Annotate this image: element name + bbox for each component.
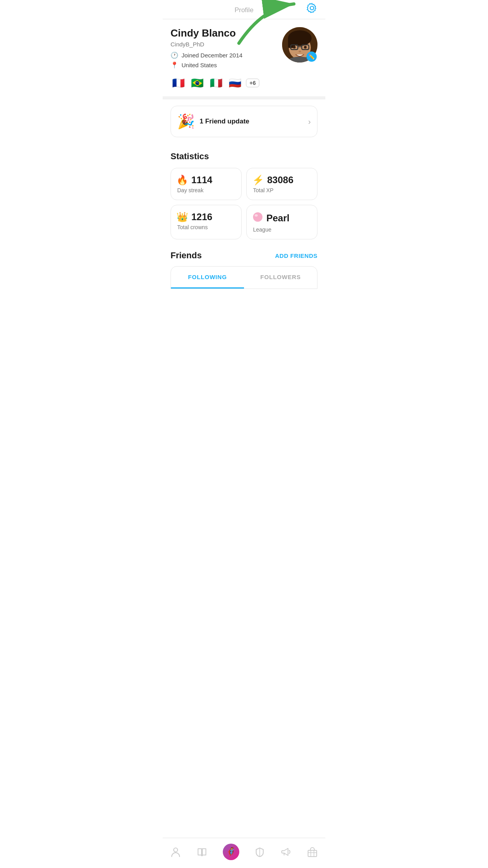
friend-update-text: 1 Friend update — [200, 118, 250, 125]
league-value: Pearl — [266, 213, 290, 224]
profile-info: Cindy Blanco CindyB_PhD 🕐 Joined Decembe… — [171, 27, 276, 71]
edit-icon: ✏️ — [308, 54, 315, 60]
stat-league-top: Pearl — [252, 211, 312, 225]
flag-brazilian[interactable]: 🇧🇷 — [189, 77, 205, 88]
friends-section: Friends ADD FRIENDS FOLLOWING FOLLOWERS — [163, 247, 325, 289]
profile-name: Cindy Blanco — [171, 27, 276, 39]
svg-point-12 — [253, 212, 262, 222]
profile-username: CindyB_PhD — [171, 41, 276, 48]
friend-update-card[interactable]: 🎉 1 Friend update › — [171, 106, 317, 137]
league-label: League — [252, 226, 312, 233]
xp-value: 83086 — [267, 175, 294, 186]
flag-italian[interactable]: 🇮🇹 — [208, 77, 224, 88]
crown-icon: 👑 — [176, 211, 188, 223]
header: Profile — [163, 0, 325, 19]
svg-point-8 — [293, 46, 296, 49]
statistics-section: Statistics 🔥 1114 Day streak ⚡ 83086 Tot… — [163, 143, 325, 239]
edit-avatar-button[interactable]: ✏️ — [306, 51, 317, 62]
friends-title: Friends — [171, 250, 202, 261]
stat-streak-top: 🔥 1114 — [176, 175, 236, 186]
stat-card-crowns: 👑 1216 Total crowns — [171, 205, 242, 239]
streak-label: Day streak — [176, 187, 236, 193]
crowns-value: 1216 — [191, 211, 212, 223]
party-icon: 🎉 — [177, 113, 195, 130]
page-title: Profile — [235, 6, 253, 14]
stat-card-xp: ⚡ 83086 Total XP — [246, 168, 317, 200]
location: 📍 United States — [171, 61, 276, 69]
fire-icon: 🔥 — [176, 175, 188, 186]
streak-value: 1114 — [191, 175, 212, 186]
friends-header: Friends ADD FRIENDS — [171, 250, 317, 261]
tab-followers[interactable]: FOLLOWERS — [244, 267, 317, 289]
svg-point-13 — [255, 214, 258, 217]
flags-more[interactable]: +6 — [246, 79, 259, 87]
stat-crowns-top: 👑 1216 — [176, 211, 236, 223]
chevron-right-icon: › — [308, 117, 311, 126]
clock-icon: 🕐 — [171, 51, 178, 59]
section-divider — [163, 96, 325, 99]
settings-button[interactable] — [306, 3, 317, 17]
avatar-container: ✏️ — [282, 27, 317, 63]
crowns-label: Total crowns — [176, 224, 236, 230]
svg-point-10 — [299, 51, 301, 52]
friend-update-left: 🎉 1 Friend update — [177, 113, 250, 130]
pin-icon: 📍 — [171, 61, 178, 69]
tab-following[interactable]: FOLLOWING — [171, 267, 244, 289]
add-friends-button[interactable]: ADD FRIENDS — [275, 252, 317, 259]
flag-russian[interactable]: 🇷🇺 — [227, 77, 243, 88]
flag-french[interactable]: 🇫🇷 — [171, 77, 186, 88]
page-wrapper: Profile Cindy Blanco CindyB_PhD 🕐 Joined… — [163, 0, 325, 320]
join-date: 🕐 Joined December 2014 — [171, 51, 276, 59]
bolt-icon: ⚡ — [252, 175, 264, 186]
pearl-icon — [252, 211, 263, 225]
profile-section: Cindy Blanco CindyB_PhD 🕐 Joined Decembe… — [163, 19, 325, 77]
xp-label: Total XP — [252, 187, 312, 193]
stat-xp-top: ⚡ 83086 — [252, 175, 312, 186]
friends-tabs: FOLLOWING FOLLOWERS — [171, 266, 317, 289]
svg-point-9 — [304, 46, 307, 49]
flags-row: 🇫🇷 🇧🇷 🇮🇹 🇷🇺 +6 — [163, 77, 325, 96]
stat-card-league: Pearl League — [246, 205, 317, 239]
statistics-title: Statistics — [171, 151, 317, 162]
statistics-grid: 🔥 1114 Day streak ⚡ 83086 Total XP 👑 121… — [171, 168, 317, 239]
stat-card-streak: 🔥 1114 Day streak — [171, 168, 242, 200]
